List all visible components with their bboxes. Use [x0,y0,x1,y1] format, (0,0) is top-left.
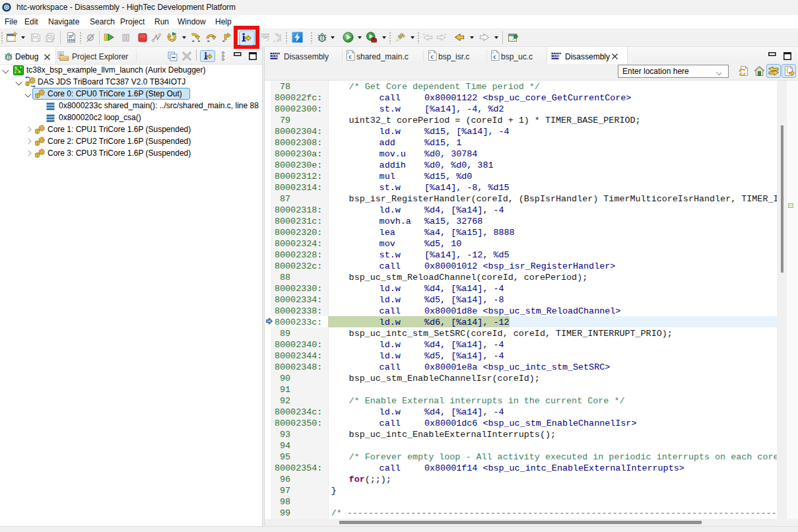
svg-text:c: c [431,53,434,60]
svg-text:c: c [349,53,352,60]
svg-text:010: 010 [69,38,75,42]
svg-text:{: { [785,67,789,74]
svg-text:c: c [494,53,497,60]
